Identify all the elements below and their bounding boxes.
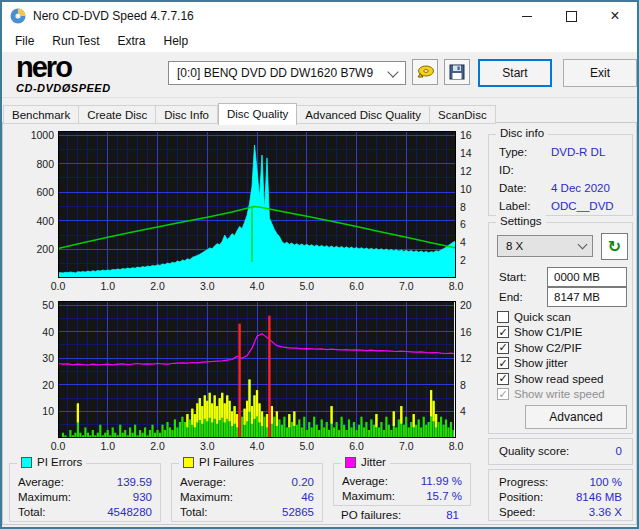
menu-run-test[interactable]: Run Test [43,31,108,51]
left-axis-tick-label: 600 [21,186,54,198]
checkbox-show-c1-pie[interactable]: Show C1/PIE [497,325,629,341]
pi-failures-average-value: 0.20 [292,476,314,488]
checkbox-box[interactable] [497,373,509,385]
x-axis-tick-label: 6.0 [343,280,371,292]
x-axis-tick-label: 2.0 [144,280,172,292]
title-bar: Nero CD-DVD Speed 4.7.7.16 × [2,2,637,30]
pi-failures-stats-group: PI Failures Average: 0.20 Maximum: 46 To… [171,463,323,522]
drive-selector-value: [0:0] BENQ DVD DD DW1620 B7W9 [177,66,373,80]
right-axis-tick-label: 8 [460,379,484,391]
speed-selector[interactable]: 8 X [497,235,593,257]
advanced-button[interactable]: Advanced [525,405,627,429]
x-axis-tick-label: 4.0 [243,280,271,292]
toolbar: nero CD-DVDØSPEED [0:0] BENQ DVD DD DW16… [2,52,637,98]
pi-failures-legend: PI Failures [179,456,258,468]
tab-advanced-disc-quality[interactable]: Advanced Disc Quality [297,105,430,124]
minimize-button[interactable] [505,2,549,30]
right-axis-tick-label: 4 [460,405,484,417]
quality-score-group: Quality score: 0 [488,438,633,465]
window-controls: × [505,2,637,30]
save-button[interactable] [444,59,470,85]
disc-quality-tab-page: Disc info Type: DVD-R DL ID: Date: 4 Dec… [2,122,637,525]
checkbox-box[interactable] [497,311,509,323]
maximize-button[interactable] [549,2,593,30]
pi-errors-title: PI Errors [37,456,82,468]
checkbox-box [497,388,509,400]
tab-disc-info[interactable]: Disc Info [156,105,218,124]
disc-date-value: 4 Dec 2020 [551,182,610,194]
checkbox-box[interactable] [497,342,509,354]
right-axis-tick-label: 12 [460,352,484,364]
nero-logo: nero CD-DVDØSPEED [16,53,111,94]
menu-help[interactable]: Help [155,31,198,51]
pi-errors-legend: PI Errors [17,456,86,468]
checkbox-label: Show read speed [514,373,604,385]
end-position-label: End: [499,291,523,303]
pi-failures-total-label: Total: [180,506,208,518]
pi-errors-legend-swatch [21,457,32,468]
speed-value: 3.36 X [589,506,622,518]
right-axis-tick-label: 8 [460,201,484,213]
start-position-field[interactable]: 0000 MB [547,267,627,287]
pi-failures-jitter-chart [58,301,456,438]
tab-disc-quality[interactable]: Disc Quality [218,103,297,125]
refresh-button[interactable]: ↻ [601,233,628,260]
pi-errors-maximum-value: 930 [133,491,152,503]
checkbox-show-read-speed[interactable]: Show read speed [497,371,629,387]
checkbox-show-c2-pif[interactable]: Show C2/PIF [497,340,629,356]
tab-scandisc[interactable]: ScanDisc [430,105,496,124]
refresh-icon: ↻ [608,237,621,256]
x-axis-tick-label: 1.0 [94,440,122,452]
pi-errors-maximum-label: Maximum: [18,491,71,503]
tab-benchmark[interactable]: Benchmark [3,105,79,124]
po-failures-value: 81 [399,509,459,521]
checkbox-show-jitter[interactable]: Show jitter [497,356,629,372]
checkbox-quick-scan[interactable]: Quick scan [497,309,629,325]
checkbox-box[interactable] [497,326,509,338]
app-window: Nero CD-DVD Speed 4.7.7.16 × FileRun Tes… [0,0,639,529]
left-axis-tick-label: 400 [21,215,54,227]
left-axis-tick-label: 50 [21,299,54,311]
disc-date-label: Date: [499,182,527,194]
tab-create-disc[interactable]: Create Disc [79,105,156,124]
x-axis-tick-label: 1.0 [94,280,122,292]
right-axis-tick-label: 6 [460,218,484,230]
progress-value: 100 % [589,476,622,488]
eject-disc-button[interactable] [412,59,438,85]
x-axis-tick-label: 6.0 [343,440,371,452]
jitter-legend: Jitter [341,456,390,468]
start-button[interactable]: Start [478,59,552,87]
window-title: Nero CD-DVD Speed 4.7.7.16 [33,9,194,23]
checkbox-label: Show jitter [514,357,568,369]
left-axis-tick-label: 40 [21,326,54,338]
disc-label-label: Label: [499,200,530,212]
chevron-down-icon [578,240,588,250]
exit-button[interactable]: Exit [563,59,637,87]
jitter-maximum-label: Maximum: [342,490,395,502]
checkbox-label: Show write speed [514,388,605,400]
eject-disc-icon [415,62,435,82]
end-position-field[interactable]: 8147 MB [547,287,627,307]
checkbox-box[interactable] [497,357,509,369]
x-axis-tick-label: 5.0 [293,440,321,452]
pi-errors-stats-group: PI Errors Average: 139.59 Maximum: 930 T… [9,463,161,522]
pi-failures-legend-swatch [183,457,194,468]
x-axis-tick-label: 8.0 [442,280,470,292]
menu-extra[interactable]: Extra [108,31,154,51]
x-axis-tick-label: 3.0 [193,280,221,292]
x-axis-tick-label: 0.0 [44,440,72,452]
settings-checkboxes: Quick scanShow C1/PIEShow C2/PIFShow jit… [497,309,629,402]
menu-bar: FileRun TestExtraHelp [2,30,637,52]
checkbox-label: Show C1/PIE [514,326,582,338]
close-button[interactable]: × [593,2,637,30]
position-label: Position: [499,491,543,503]
cd-dvd-speed-logo-text: CD-DVDØSPEED [16,83,111,94]
disc-info-group: Disc info Type: DVD-R DL ID: Date: 4 Dec… [488,134,633,216]
chevron-down-icon [387,66,398,77]
speed-label: Speed: [499,506,535,518]
drive-selector[interactable]: [0:0] BENQ DVD DD DW1620 B7W9 [168,61,406,85]
menu-file[interactable]: File [6,31,43,51]
x-axis-tick-label: 0.0 [44,280,72,292]
x-axis-tick-label: 7.0 [392,440,420,452]
right-axis-tick-label: 14 [460,147,484,159]
